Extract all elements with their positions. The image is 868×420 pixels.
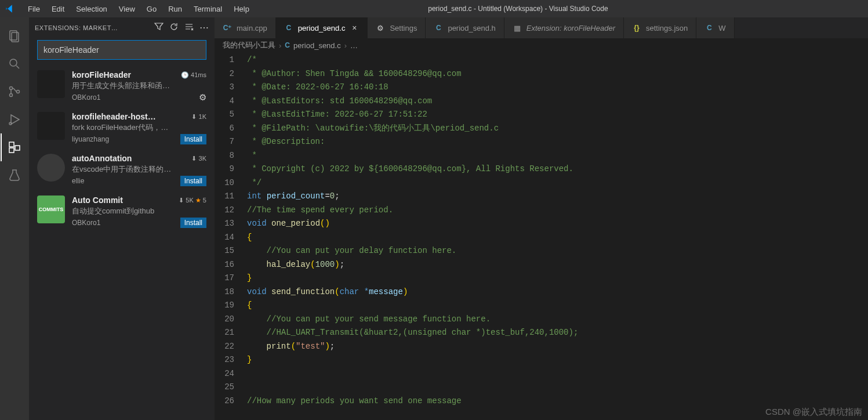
line-number: 1 <box>215 53 234 67</box>
menu-file[interactable]: File <box>22 2 46 16</box>
code-line[interactable]: //How many periods you want send one mes… <box>247 394 868 408</box>
line-number: 16 <box>215 258 234 272</box>
code-line[interactable]: * @Author: Shen Tingda && 1600648296@qq.… <box>247 67 868 81</box>
code-line[interactable]: } <box>247 353 868 367</box>
code-line[interactable] <box>247 381 868 394</box>
tab-label: period_send.h <box>448 24 495 32</box>
code-line[interactable]: { <box>247 231 868 245</box>
c-file-icon: C <box>434 23 443 32</box>
menu-go[interactable]: Go <box>141 2 162 16</box>
code-line[interactable] <box>247 367 868 381</box>
menu-help[interactable]: Help <box>228 2 255 16</box>
code-line[interactable]: int period_count=0; <box>247 190 868 204</box>
svg-rect-9 <box>15 146 20 150</box>
breadcrumb[interactable]: 我的代码小工具 › C period_send.c › … <box>215 38 868 52</box>
code-line[interactable]: void send_function(char *message) <box>247 285 868 299</box>
search-input[interactable] <box>43 45 200 55</box>
line-number: 4 <box>215 95 234 108</box>
tab-label: main.cpp <box>237 24 267 32</box>
sidebar-title: EXTENSIONS: MARKET… <box>35 24 154 31</box>
editor-tabs: C⁺main.cppCperiod_send.c×⚙SettingsCperio… <box>215 17 868 38</box>
install-button[interactable]: Install <box>180 176 206 186</box>
tab-extension-korofileheader[interactable]: ▦Extension: koroFileHeader <box>504 17 624 38</box>
code-editor[interactable]: 1234567891011121314151617181920212223242… <box>215 52 868 420</box>
tab-settings[interactable]: ⚙Settings <box>368 17 426 38</box>
menu-edit[interactable]: Edit <box>46 2 70 16</box>
svg-point-2 <box>10 59 17 66</box>
extension-name: korofileheader-host… <box>72 112 156 121</box>
code-line[interactable]: * @LastEditors: std 1600648296@qq.com <box>247 95 868 108</box>
install-button[interactable]: Install <box>180 134 206 144</box>
code-line[interactable]: //You can put your delay function here. <box>247 244 868 258</box>
sidebar-header: EXTENSIONS: MARKET… ⋯ <box>29 17 215 38</box>
activity-explorer[interactable] <box>1 22 28 50</box>
extension-meta: 🕒 41ms <box>181 71 206 79</box>
gear-icon: ⚙ <box>376 23 385 32</box>
extension-meta: ⬇ 5K ★ 5 <box>179 197 206 204</box>
extension-icon <box>37 112 65 140</box>
menu-terminal[interactable]: Terminal <box>188 2 228 16</box>
close-icon[interactable]: × <box>350 23 359 32</box>
activity-scm[interactable] <box>1 78 28 106</box>
extension-author: OBKoro1 <box>72 219 100 227</box>
activity-debug[interactable] <box>1 106 28 133</box>
breadcrumb-more[interactable]: … <box>350 41 358 50</box>
code-line[interactable]: * @FilePath: \autowifie:\我的代码小工具\period_… <box>247 122 868 136</box>
code-line[interactable]: * <box>247 149 868 163</box>
extension-author: liyuanzhang <box>72 135 109 143</box>
line-number: 15 <box>215 244 234 258</box>
tab-period-send-c[interactable]: Cperiod_send.c× <box>276 17 368 38</box>
extension-item[interactable]: COMMITSAuto Commit⬇ 5K ★ 5自动提交commit到git… <box>29 191 215 233</box>
breadcrumb-file[interactable]: C period_send.c <box>285 41 340 50</box>
activity-search[interactable] <box>1 50 28 78</box>
tab-settings-json[interactable]: {}settings.json <box>624 17 696 38</box>
code-line[interactable]: //HAL_UART_Transmit(&huart2,(unsigned ch… <box>247 326 868 340</box>
code-line[interactable]: } <box>247 271 868 285</box>
code-line[interactable]: * Copyright (c) 2022 by ${1600648296@qq.… <box>247 162 868 176</box>
tab-w[interactable]: CW <box>696 17 734 38</box>
extension-name: koroFileHeader <box>72 70 131 79</box>
code-line[interactable]: { <box>247 299 868 313</box>
tab-label: Extension: koroFileHeader <box>526 24 615 32</box>
code-line[interactable]: //You can put your send message function… <box>247 313 868 327</box>
code-line[interactable]: hal_delay(1000); <box>247 258 868 272</box>
code-line[interactable]: * @Date: 2022-06-27 16:40:18 <box>247 81 868 95</box>
code-line[interactable]: * @LastEditTime: 2022-06-27 17:51:22 <box>247 108 868 122</box>
activity-extensions[interactable] <box>1 133 28 161</box>
code-line[interactable]: */ <box>247 176 868 190</box>
code-line[interactable]: print("test"); <box>247 340 868 354</box>
code-content[interactable]: /* * @Author: Shen Tingda && 1600648296@… <box>244 53 868 420</box>
line-number: 22 <box>215 340 234 354</box>
menu-run[interactable]: Run <box>162 2 188 16</box>
line-number: 20 <box>215 313 234 327</box>
menu-view[interactable]: View <box>113 2 141 16</box>
more-icon[interactable]: ⋯ <box>199 22 209 34</box>
extension-list: koroFileHeader🕒 41ms用于生成文件头部注释和函…OBKoro1… <box>29 66 215 420</box>
code-line[interactable]: * @Description: <box>247 135 868 149</box>
line-number: 9 <box>215 162 234 176</box>
activity-testing[interactable] <box>1 161 28 189</box>
clear-icon[interactable] <box>184 22 194 34</box>
code-line[interactable]: void one_period() <box>247 217 868 231</box>
extension-item[interactable]: koroFileHeader🕒 41ms用于生成文件头部注释和函…OBKoro1… <box>29 66 215 107</box>
line-number: 12 <box>215 204 234 218</box>
gear-icon[interactable]: ⚙ <box>199 92 206 103</box>
menu-selection[interactable]: Selection <box>70 2 112 16</box>
line-number: 26 <box>215 394 234 408</box>
code-line[interactable]: /* <box>247 53 868 67</box>
filter-icon[interactable] <box>154 22 164 34</box>
refresh-icon[interactable] <box>169 22 179 34</box>
breadcrumb-folder[interactable]: 我的代码小工具 <box>223 40 275 50</box>
search-box[interactable] <box>37 40 206 60</box>
line-number: 5 <box>215 108 234 122</box>
extension-item[interactable]: korofileheader-host…⬇ 1Kfork koroFileHea… <box>29 107 215 149</box>
svg-point-6 <box>9 122 12 125</box>
tab-period-send-h[interactable]: Cperiod_send.h <box>426 17 504 38</box>
install-button[interactable]: Install <box>180 218 206 228</box>
line-number: 10 <box>215 176 234 190</box>
tab-main-cpp[interactable]: C⁺main.cpp <box>215 17 276 38</box>
extension-item[interactable]: autoAnnotation⬇ 3K在vscode中用于函数注释的…ellieI… <box>29 149 215 191</box>
line-number: 13 <box>215 217 234 231</box>
line-number: 6 <box>215 122 234 136</box>
code-line[interactable]: //The time spend every period. <box>247 204 868 218</box>
